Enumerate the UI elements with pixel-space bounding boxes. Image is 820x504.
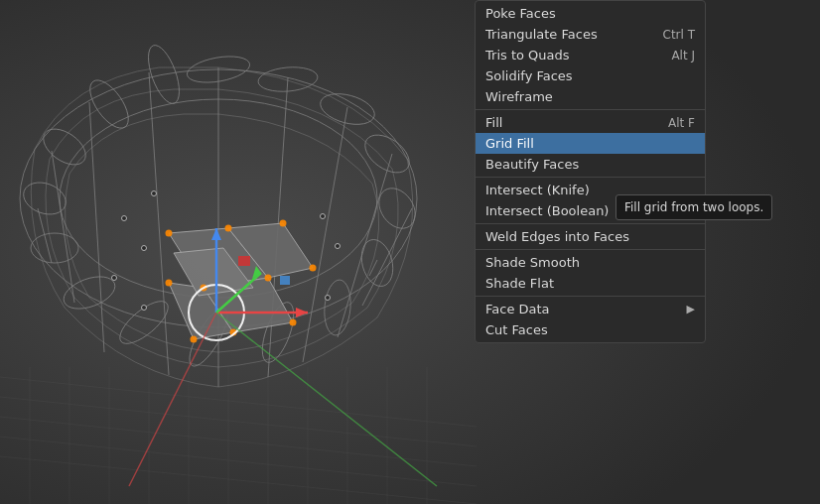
menu-item-triangulate-faces[interactable]: Triangulate FacesCtrl T — [476, 24, 705, 45]
menu-item-wireframe[interactable]: Wireframe — [476, 86, 705, 107]
svg-point-53 — [310, 265, 317, 272]
svg-rect-76 — [280, 276, 290, 285]
menu-label-intersect-knife: Intersect (Knife) — [485, 183, 590, 197]
menu-label-grid-fill: Grid Fill — [485, 136, 534, 151]
menu-label-intersect-boolean: Intersect (Boolean) — [485, 203, 609, 218]
menu-shortcut-triangulate-faces: Ctrl T — [663, 28, 696, 42]
separator-separator2 — [476, 177, 705, 178]
menu-label-solidify-faces: Solidify Faces — [485, 68, 573, 83]
tooltip: Fill grid from two loops. — [615, 194, 772, 220]
menu-label-weld-edges: Weld Edges into Faces — [485, 229, 629, 244]
svg-point-65 — [142, 306, 147, 311]
svg-rect-75 — [238, 256, 250, 266]
svg-point-62 — [336, 244, 341, 249]
menu-shortcut-fill: Alt F — [668, 116, 695, 130]
svg-point-67 — [142, 246, 147, 251]
separator-separator1 — [476, 109, 705, 110]
menu-item-poke-faces[interactable]: Poke Faces — [476, 3, 705, 24]
separator-separator4 — [476, 249, 705, 250]
menu-label-triangulate-faces: Triangulate Faces — [485, 27, 598, 42]
menu-label-shade-flat: Shade Flat — [485, 276, 554, 291]
svg-point-54 — [265, 275, 272, 282]
separator-separator3 — [476, 223, 705, 224]
tooltip-text: Fill grid from two loops. — [624, 200, 763, 214]
menu-item-beautify-faces[interactable]: Beautify Faces — [476, 154, 705, 175]
svg-point-64 — [321, 214, 326, 219]
svg-point-50 — [166, 230, 173, 237]
svg-point-58 — [290, 319, 297, 326]
menu-label-face-data: Face Data — [485, 302, 550, 316]
menu-item-shade-flat[interactable]: Shade Flat — [476, 273, 705, 294]
menu-label-cut-faces: Cut Faces — [485, 322, 548, 337]
menu-label-tris-to-quads: Tris to Quads — [485, 48, 570, 63]
menu-label-fill: Fill — [485, 115, 502, 130]
menu-item-solidify-faces[interactable]: Solidify Faces — [476, 65, 705, 86]
menu-label-wireframe: Wireframe — [485, 89, 553, 104]
menu-item-weld-edges[interactable]: Weld Edges into Faces — [476, 226, 705, 247]
menu-item-cut-faces[interactable]: Cut Faces — [476, 319, 705, 340]
menu-item-face-data[interactable]: Face Data▶ — [476, 299, 705, 319]
menu-item-shade-smooth[interactable]: Shade Smooth — [476, 252, 705, 273]
menu-item-tris-to-quads[interactable]: Tris to QuadsAlt J — [476, 45, 705, 65]
context-menu: Poke FacesTriangulate FacesCtrl TTris to… — [475, 0, 706, 343]
svg-point-51 — [225, 225, 232, 232]
svg-point-52 — [280, 220, 287, 227]
menu-label-beautify-faces: Beautify Faces — [485, 157, 579, 172]
svg-point-61 — [152, 191, 157, 196]
svg-point-66 — [112, 276, 117, 281]
svg-point-63 — [326, 296, 331, 301]
svg-point-59 — [191, 336, 198, 343]
menu-label-shade-smooth: Shade Smooth — [485, 255, 580, 270]
menu-arrow-face-data: ▶ — [687, 303, 695, 315]
svg-point-56 — [166, 280, 173, 287]
menu-shortcut-tris-to-quads: Alt J — [671, 49, 695, 63]
menu-label-poke-faces: Poke Faces — [485, 6, 556, 21]
menu-item-fill[interactable]: FillAlt F — [476, 112, 705, 133]
separator-separator5 — [476, 296, 705, 297]
menu-item-grid-fill[interactable]: Grid Fill — [476, 133, 705, 154]
svg-point-60 — [122, 216, 127, 221]
